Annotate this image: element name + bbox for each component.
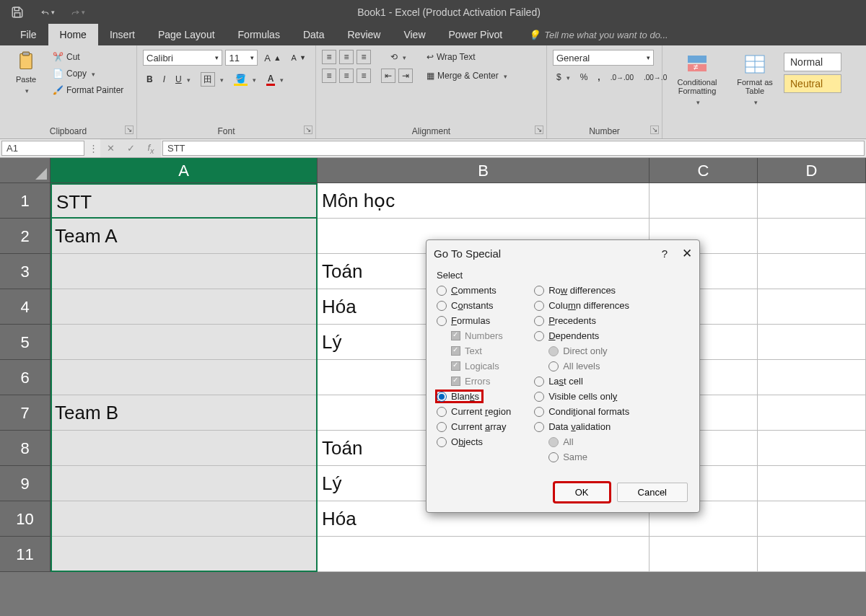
cell-A3[interactable] — [51, 254, 318, 289]
close-icon[interactable]: ✕ — [682, 246, 692, 261]
radio-last-cell[interactable]: Last cell — [534, 376, 629, 387]
conditional-formatting-button[interactable]: ≠ Conditional Formatting — [668, 50, 726, 125]
cell-A11[interactable] — [51, 537, 318, 572]
col-header-D[interactable]: D — [758, 158, 866, 183]
tab-page-layout[interactable]: Page Layout — [146, 24, 227, 45]
underline-button[interactable]: U — [172, 72, 194, 87]
cell-D4[interactable] — [758, 289, 866, 325]
row-header-1[interactable]: 1 — [0, 183, 51, 219]
cell-D2[interactable] — [758, 219, 866, 254]
cell-A7[interactable]: Team B — [51, 395, 318, 431]
name-box[interactable]: A1 — [1, 141, 84, 156]
row-header-10[interactable]: 10 — [0, 501, 51, 537]
col-header-C[interactable]: C — [650, 158, 758, 183]
radio-visible-cells[interactable]: Visible cells only — [534, 391, 629, 402]
cell-B11[interactable] — [318, 537, 650, 572]
cell-D9[interactable] — [758, 466, 866, 501]
merge-center-button[interactable]: ▦Merge & Center — [423, 69, 511, 83]
bold-button[interactable]: B — [143, 72, 157, 87]
radio-constants[interactable]: Constants — [437, 300, 511, 311]
tab-power-pivot[interactable]: Power Pivot — [437, 24, 515, 45]
format-as-table-button[interactable]: Format as Table — [730, 50, 779, 125]
cell-C1[interactable] — [650, 183, 758, 219]
accounting-button[interactable]: $ — [553, 70, 574, 84]
help-icon[interactable]: ? — [662, 247, 668, 260]
decrease-indent-icon[interactable]: ⇤ — [381, 69, 395, 83]
font-name-combo[interactable]: Calibri▾ — [143, 50, 222, 66]
align-middle-icon[interactable]: ≡ — [339, 50, 354, 64]
cell-D11[interactable] — [758, 537, 866, 572]
col-header-B[interactable]: B — [318, 158, 650, 183]
increase-indent-icon[interactable]: ⇥ — [398, 69, 413, 83]
copy-button[interactable]: 📄Copy — [49, 66, 127, 81]
tab-data[interactable]: Data — [292, 24, 336, 45]
radio-formulas[interactable]: Formulas — [437, 315, 511, 326]
radio-current-array[interactable]: Current array — [437, 421, 511, 432]
align-right-icon[interactable]: ≡ — [357, 69, 371, 83]
cell-A10[interactable] — [51, 501, 318, 537]
radio-row-diff[interactable]: Row differences — [534, 285, 629, 296]
row-header-5[interactable]: 5 — [0, 325, 51, 360]
number-dialog-launcher[interactable]: ↘ — [650, 126, 659, 134]
dialog-titlebar[interactable]: Go To Special ? ✕ — [427, 240, 699, 267]
tab-view[interactable]: View — [392, 24, 437, 45]
radio-col-diff[interactable]: Column differences — [534, 300, 629, 311]
row-header-2[interactable]: 2 — [0, 219, 51, 254]
align-bottom-icon[interactable]: ≡ — [357, 50, 371, 64]
row-header-8[interactable]: 8 — [0, 431, 51, 466]
comma-button[interactable]: , — [594, 70, 603, 84]
cell-D5[interactable] — [758, 325, 866, 360]
cell-D10[interactable] — [758, 501, 866, 537]
cut-button[interactable]: ✂️Cut — [49, 50, 127, 64]
paste-button[interactable]: Paste — [6, 47, 46, 125]
align-center-icon[interactable]: ≡ — [339, 69, 354, 83]
cell-B1[interactable]: Môn học — [318, 183, 650, 219]
radio-objects[interactable]: Objects — [437, 436, 511, 447]
format-painter-button[interactable]: 🖌️Format Painter — [49, 83, 127, 97]
cell-C11[interactable] — [650, 537, 758, 572]
percent-button[interactable]: % — [577, 70, 592, 84]
clipboard-dialog-launcher[interactable]: ↘ — [125, 126, 134, 134]
align-top-icon[interactable]: ≡ — [322, 50, 336, 64]
fill-color-button[interactable]: 🪣 — [230, 71, 260, 88]
tab-review[interactable]: Review — [336, 24, 393, 45]
style-neutral[interactable]: Neutral — [784, 74, 841, 93]
cell-A6[interactable] — [51, 360, 318, 395]
cell-D6[interactable] — [758, 360, 866, 395]
cell-A8[interactable] — [51, 431, 318, 466]
redo-icon[interactable]: ▾ — [71, 5, 85, 19]
radio-blanks[interactable]: Blanks — [437, 391, 482, 402]
fx-icon[interactable]: fx — [141, 139, 161, 157]
italic-button[interactable]: I — [159, 72, 169, 87]
radio-dependents[interactable]: Dependents — [534, 330, 629, 341]
radio-conditional-formats[interactable]: Conditional formats — [534, 406, 629, 417]
cell-A5[interactable] — [51, 325, 318, 360]
col-header-A[interactable]: A — [51, 158, 318, 183]
row-header-11[interactable]: 11 — [0, 537, 51, 572]
font-color-button[interactable]: A — [263, 71, 288, 88]
row-header-6[interactable]: 6 — [0, 360, 51, 395]
increase-font-button[interactable]: A▲ — [261, 50, 284, 66]
font-dialog-launcher[interactable]: ↘ — [304, 126, 312, 134]
radio-current-region[interactable]: Current region — [437, 406, 511, 417]
row-header-9[interactable]: 9 — [0, 466, 51, 501]
radio-comments[interactable]: Comments — [437, 285, 511, 296]
wrap-text-button[interactable]: ↩Wrap Text — [423, 50, 511, 64]
undo-icon[interactable]: ▾ — [40, 5, 55, 19]
cell-A4[interactable] — [51, 289, 318, 325]
formula-input[interactable]: STT — [162, 141, 865, 156]
number-format-combo[interactable]: General▾ — [553, 50, 654, 66]
tab-insert[interactable]: Insert — [98, 24, 146, 45]
row-header-7[interactable]: 7 — [0, 395, 51, 431]
decrease-font-button[interactable]: A▼ — [288, 51, 310, 64]
save-icon[interactable] — [10, 5, 25, 19]
cell-A9[interactable] — [51, 466, 318, 501]
cancel-formula-icon[interactable]: ✕ — [100, 139, 121, 157]
name-box-dropdown[interactable]: ⋮ — [86, 139, 100, 157]
cancel-button[interactable]: Cancel — [617, 483, 688, 502]
radio-data-validation[interactable]: Data validation — [534, 421, 629, 432]
cell-D3[interactable] — [758, 254, 866, 289]
cell-D7[interactable] — [758, 395, 866, 431]
select-all-button[interactable] — [0, 158, 51, 183]
row-header-4[interactable]: 4 — [0, 289, 51, 325]
